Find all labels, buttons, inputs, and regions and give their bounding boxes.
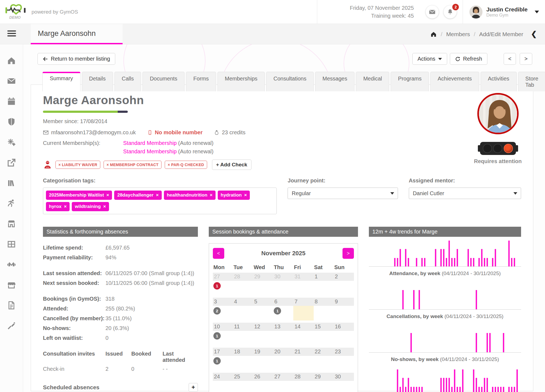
breadcrumb-members[interactable]: Members <box>446 31 470 38</box>
calendar-day[interactable]: 27 <box>213 273 233 281</box>
tag-remove-icon[interactable]: × <box>107 192 109 198</box>
next-member-button[interactable]: > <box>520 53 532 65</box>
calendar-day[interactable]: 22 <box>314 348 334 356</box>
actions-button[interactable]: Actions <box>412 53 447 65</box>
membership-link[interactable]: Standard Membership <box>123 140 177 146</box>
tag-remove-icon[interactable]: × <box>64 204 67 209</box>
tab-memberships[interactable]: Memberships <box>217 72 265 91</box>
calendar-day[interactable]: 9 <box>334 298 354 306</box>
notifications-button[interactable]: 2 <box>444 5 457 18</box>
tags-box[interactable]: 2025Membership Waitlist×28daychallenger×… <box>43 188 277 214</box>
messages-button[interactable] <box>426 5 439 18</box>
calendar-day[interactable]: 29 <box>253 273 273 281</box>
tag-pill-2025membership-waitlist[interactable]: 2025Membership Waitlist× <box>46 191 112 200</box>
tab-forms[interactable]: Forms <box>186 72 216 91</box>
calendar-day[interactable]: 1 <box>314 273 334 281</box>
books-icon[interactable] <box>5 177 17 189</box>
tab-calls[interactable]: Calls <box>114 72 141 91</box>
awning-icon[interactable] <box>5 279 17 291</box>
chevron-down-icon[interactable] <box>535 11 539 13</box>
envelope-icon[interactable] <box>5 75 17 87</box>
calendar-day[interactable]: 12 <box>253 323 273 331</box>
breadcrumb-add-edit-member[interactable]: Add/Edit Member <box>479 31 523 38</box>
calendar-day[interactable]: 31 <box>293 273 313 281</box>
calendar-day[interactable]: 25 <box>233 373 253 381</box>
calendar-icon[interactable] <box>5 95 17 107</box>
dumbbell-icon[interactable] <box>5 259 17 270</box>
calendar-next-button[interactable]: > <box>342 248 354 259</box>
calendar-day[interactable]: 5 <box>253 298 273 306</box>
booking-count-badge[interactable]: 1 <box>213 357 221 365</box>
prev-member-button[interactable]: < <box>504 53 516 65</box>
member-email[interactable]: mfaaronsohn173@demogym.co.uk <box>43 129 136 136</box>
grid-icon[interactable] <box>5 238 17 250</box>
tab-summary[interactable]: Summary <box>42 72 80 91</box>
calendar-day[interactable]: 4 <box>233 298 253 306</box>
journey-point-select[interactable]: Regular <box>288 188 398 199</box>
return-to-member-listing-button[interactable]: Return to member listing <box>38 53 115 65</box>
booking-count-badge[interactable]: 1 <box>213 332 221 340</box>
calendar-day[interactable]: 15 <box>314 323 334 331</box>
tag-remove-icon[interactable]: × <box>156 192 159 198</box>
calendar-day[interactable]: 13 <box>273 323 293 331</box>
add-check-button[interactable]: + Add Check <box>212 160 251 170</box>
tab-activities[interactable]: Activities <box>481 72 517 91</box>
assigned-mentor-select[interactable]: Daniel Cutler <box>409 188 521 199</box>
booking-count-badge[interactable]: 1 <box>274 307 281 315</box>
calendar-day[interactable]: 28 <box>233 273 253 281</box>
calendar-day[interactable]: 3 <box>213 298 233 306</box>
tab-achievements[interactable]: Achievements <box>430 72 479 91</box>
user-menu[interactable]: Justin Credible Demo Gym <box>463 0 545 24</box>
hamburger-menu-icon[interactable] <box>7 30 16 38</box>
tag-pill-healthandnutrition[interactable]: healthandnutrition× <box>164 191 216 200</box>
calendar-day[interactable]: 23 <box>334 348 354 356</box>
calendar-day[interactable]: 21 <box>293 348 313 356</box>
shield-icon[interactable] <box>5 116 17 128</box>
calendar-day[interactable]: 7 <box>293 298 313 306</box>
tag-pill-hyrox[interactable]: hyrox× <box>46 202 70 211</box>
calendar-day[interactable]: 30 <box>273 273 293 281</box>
check-badge-liability-waiver[interactable]: ×LIABILITY WAIVER <box>55 161 100 169</box>
calendar-day[interactable]: 2 <box>334 273 354 281</box>
app-logo[interactable]: DEMO <box>4 4 28 20</box>
share-icon[interactable] <box>5 157 17 169</box>
runner-icon[interactable] <box>5 197 17 209</box>
check-badge-par-q-checked[interactable]: ×PAR-Q CHECKED <box>165 161 207 169</box>
document-icon[interactable] <box>5 299 17 311</box>
calendar-day[interactable]: 20 <box>273 348 293 356</box>
collapse-chevron-icon[interactable]: ❮ <box>531 30 537 38</box>
check-badge-membershp-contract[interactable]: ×MEMBERSHP CONTRACT <box>104 161 161 169</box>
calendar-day[interactable]: 18 <box>233 348 253 356</box>
tab-store-tab[interactable]: Store Tab <box>518 72 545 91</box>
calendar-day[interactable]: 27 <box>273 373 293 381</box>
tag-pill-28daychallenger[interactable]: 28daychallenger× <box>114 191 161 200</box>
add-absence-button[interactable]: + <box>189 383 198 392</box>
calendar-day[interactable]: 24 <box>213 373 233 381</box>
tag-remove-icon[interactable]: × <box>210 192 213 198</box>
tab-consultations[interactable]: Consultations <box>266 72 314 91</box>
calendar-day[interactable]: 29 <box>314 373 334 381</box>
tab-documents[interactable]: Documents <box>142 72 185 91</box>
calendar-day[interactable]: 17 <box>213 348 233 356</box>
calendar-day[interactable]: 26 <box>253 373 273 381</box>
refresh-button[interactable]: Refresh <box>450 53 487 65</box>
gears-icon[interactable] <box>5 136 17 148</box>
calendar-day[interactable]: 16 <box>334 323 354 331</box>
member-photo[interactable] <box>477 93 519 134</box>
tag-pill-hydration[interactable]: hydration× <box>218 191 250 200</box>
tab-medical[interactable]: Medical <box>356 72 389 91</box>
home-icon[interactable] <box>430 31 437 38</box>
tag-remove-icon[interactable]: × <box>103 204 106 209</box>
calendar-day[interactable]: 8 <box>314 298 334 306</box>
calendar-day[interactable]: 10 <box>213 323 233 331</box>
calendar-day[interactable]: 19 <box>253 348 273 356</box>
calendar-day[interactable]: 11 <box>233 323 253 331</box>
calendar-day[interactable]: 14 <box>293 323 313 331</box>
tab-messages[interactable]: Messages <box>315 72 354 91</box>
calendar-day[interactable]: 30 <box>334 373 354 381</box>
storefront-icon[interactable] <box>5 218 17 230</box>
tag-remove-icon[interactable]: × <box>244 192 247 198</box>
calendar-prev-button[interactable]: < <box>213 248 224 259</box>
home-icon[interactable] <box>5 55 17 67</box>
tab-programs[interactable]: Programs <box>391 72 429 91</box>
